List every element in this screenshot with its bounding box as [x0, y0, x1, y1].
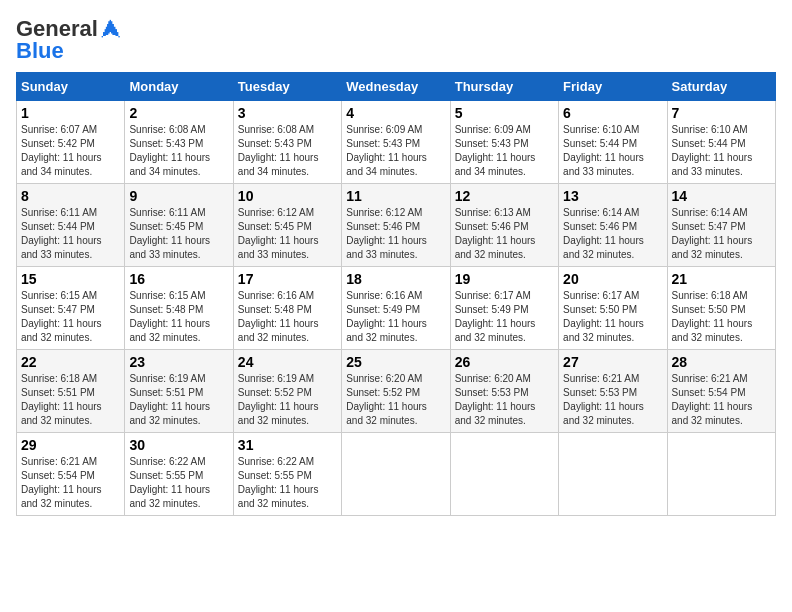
day-info: Sunrise: 6:20 AMSunset: 5:53 PMDaylight:… [455, 372, 554, 428]
day-number: 5 [455, 105, 554, 121]
calendar-cell: 14 Sunrise: 6:14 AMSunset: 5:47 PMDaylig… [667, 184, 775, 267]
calendar-cell: 21 Sunrise: 6:18 AMSunset: 5:50 PMDaylig… [667, 267, 775, 350]
calendar-cell: 24 Sunrise: 6:19 AMSunset: 5:52 PMDaylig… [233, 350, 341, 433]
day-number: 17 [238, 271, 337, 287]
calendar-cell: 22 Sunrise: 6:18 AMSunset: 5:51 PMDaylig… [17, 350, 125, 433]
calendar-cell: 2 Sunrise: 6:08 AMSunset: 5:43 PMDayligh… [125, 101, 233, 184]
calendar-cell: 18 Sunrise: 6:16 AMSunset: 5:49 PMDaylig… [342, 267, 450, 350]
day-info: Sunrise: 6:14 AMSunset: 5:47 PMDaylight:… [672, 206, 771, 262]
day-info: Sunrise: 6:12 AMSunset: 5:46 PMDaylight:… [346, 206, 445, 262]
day-info: Sunrise: 6:22 AMSunset: 5:55 PMDaylight:… [129, 455, 228, 511]
day-info: Sunrise: 6:16 AMSunset: 5:49 PMDaylight:… [346, 289, 445, 345]
day-number: 21 [672, 271, 771, 287]
day-info: Sunrise: 6:17 AMSunset: 5:50 PMDaylight:… [563, 289, 662, 345]
day-number: 7 [672, 105, 771, 121]
weekday-header-friday: Friday [559, 73, 667, 101]
day-number: 26 [455, 354, 554, 370]
day-info: Sunrise: 6:12 AMSunset: 5:45 PMDaylight:… [238, 206, 337, 262]
calendar-cell: 23 Sunrise: 6:19 AMSunset: 5:51 PMDaylig… [125, 350, 233, 433]
day-number: 22 [21, 354, 120, 370]
day-info: Sunrise: 6:21 AMSunset: 5:54 PMDaylight:… [672, 372, 771, 428]
calendar-cell: 9 Sunrise: 6:11 AMSunset: 5:45 PMDayligh… [125, 184, 233, 267]
logo: General ⮝ Blue [16, 16, 122, 64]
calendar-week-4: 22 Sunrise: 6:18 AMSunset: 5:51 PMDaylig… [17, 350, 776, 433]
calendar-cell [559, 433, 667, 516]
day-info: Sunrise: 6:19 AMSunset: 5:51 PMDaylight:… [129, 372, 228, 428]
calendar-cell: 6 Sunrise: 6:10 AMSunset: 5:44 PMDayligh… [559, 101, 667, 184]
day-number: 20 [563, 271, 662, 287]
calendar-cell: 30 Sunrise: 6:22 AMSunset: 5:55 PMDaylig… [125, 433, 233, 516]
calendar-cell: 12 Sunrise: 6:13 AMSunset: 5:46 PMDaylig… [450, 184, 558, 267]
day-info: Sunrise: 6:11 AMSunset: 5:45 PMDaylight:… [129, 206, 228, 262]
day-number: 15 [21, 271, 120, 287]
day-info: Sunrise: 6:13 AMSunset: 5:46 PMDaylight:… [455, 206, 554, 262]
weekday-header-wednesday: Wednesday [342, 73, 450, 101]
day-number: 29 [21, 437, 120, 453]
day-info: Sunrise: 6:09 AMSunset: 5:43 PMDaylight:… [455, 123, 554, 179]
day-info: Sunrise: 6:14 AMSunset: 5:46 PMDaylight:… [563, 206, 662, 262]
day-info: Sunrise: 6:07 AMSunset: 5:42 PMDaylight:… [21, 123, 120, 179]
day-number: 16 [129, 271, 228, 287]
weekday-header-saturday: Saturday [667, 73, 775, 101]
day-info: Sunrise: 6:18 AMSunset: 5:51 PMDaylight:… [21, 372, 120, 428]
day-info: Sunrise: 6:19 AMSunset: 5:52 PMDaylight:… [238, 372, 337, 428]
calendar-cell: 7 Sunrise: 6:10 AMSunset: 5:44 PMDayligh… [667, 101, 775, 184]
calendar-cell: 27 Sunrise: 6:21 AMSunset: 5:53 PMDaylig… [559, 350, 667, 433]
day-number: 2 [129, 105, 228, 121]
day-info: Sunrise: 6:21 AMSunset: 5:53 PMDaylight:… [563, 372, 662, 428]
weekday-header-row: SundayMondayTuesdayWednesdayThursdayFrid… [17, 73, 776, 101]
calendar-cell: 10 Sunrise: 6:12 AMSunset: 5:45 PMDaylig… [233, 184, 341, 267]
day-number: 10 [238, 188, 337, 204]
day-info: Sunrise: 6:21 AMSunset: 5:54 PMDaylight:… [21, 455, 120, 511]
day-info: Sunrise: 6:18 AMSunset: 5:50 PMDaylight:… [672, 289, 771, 345]
day-info: Sunrise: 6:09 AMSunset: 5:43 PMDaylight:… [346, 123, 445, 179]
weekday-header-thursday: Thursday [450, 73, 558, 101]
day-number: 13 [563, 188, 662, 204]
day-info: Sunrise: 6:15 AMSunset: 5:47 PMDaylight:… [21, 289, 120, 345]
day-number: 19 [455, 271, 554, 287]
calendar-cell: 11 Sunrise: 6:12 AMSunset: 5:46 PMDaylig… [342, 184, 450, 267]
weekday-header-tuesday: Tuesday [233, 73, 341, 101]
calendar-cell [450, 433, 558, 516]
day-number: 14 [672, 188, 771, 204]
day-number: 3 [238, 105, 337, 121]
day-info: Sunrise: 6:22 AMSunset: 5:55 PMDaylight:… [238, 455, 337, 511]
day-number: 8 [21, 188, 120, 204]
day-number: 28 [672, 354, 771, 370]
calendar-week-2: 8 Sunrise: 6:11 AMSunset: 5:44 PMDayligh… [17, 184, 776, 267]
calendar-cell: 15 Sunrise: 6:15 AMSunset: 5:47 PMDaylig… [17, 267, 125, 350]
day-info: Sunrise: 6:10 AMSunset: 5:44 PMDaylight:… [563, 123, 662, 179]
day-number: 11 [346, 188, 445, 204]
day-info: Sunrise: 6:16 AMSunset: 5:48 PMDaylight:… [238, 289, 337, 345]
calendar-cell: 4 Sunrise: 6:09 AMSunset: 5:43 PMDayligh… [342, 101, 450, 184]
calendar-cell: 5 Sunrise: 6:09 AMSunset: 5:43 PMDayligh… [450, 101, 558, 184]
day-info: Sunrise: 6:20 AMSunset: 5:52 PMDaylight:… [346, 372, 445, 428]
calendar-cell: 29 Sunrise: 6:21 AMSunset: 5:54 PMDaylig… [17, 433, 125, 516]
day-info: Sunrise: 6:11 AMSunset: 5:44 PMDaylight:… [21, 206, 120, 262]
calendar-cell: 13 Sunrise: 6:14 AMSunset: 5:46 PMDaylig… [559, 184, 667, 267]
day-number: 27 [563, 354, 662, 370]
calendar-cell: 25 Sunrise: 6:20 AMSunset: 5:52 PMDaylig… [342, 350, 450, 433]
day-number: 23 [129, 354, 228, 370]
day-info: Sunrise: 6:15 AMSunset: 5:48 PMDaylight:… [129, 289, 228, 345]
day-number: 4 [346, 105, 445, 121]
day-number: 30 [129, 437, 228, 453]
calendar-cell: 19 Sunrise: 6:17 AMSunset: 5:49 PMDaylig… [450, 267, 558, 350]
day-number: 24 [238, 354, 337, 370]
page-header: General ⮝ Blue [16, 16, 776, 64]
weekday-header-sunday: Sunday [17, 73, 125, 101]
day-info: Sunrise: 6:10 AMSunset: 5:44 PMDaylight:… [672, 123, 771, 179]
calendar-week-3: 15 Sunrise: 6:15 AMSunset: 5:47 PMDaylig… [17, 267, 776, 350]
day-info: Sunrise: 6:17 AMSunset: 5:49 PMDaylight:… [455, 289, 554, 345]
calendar-cell [667, 433, 775, 516]
calendar-cell: 17 Sunrise: 6:16 AMSunset: 5:48 PMDaylig… [233, 267, 341, 350]
day-number: 31 [238, 437, 337, 453]
logo-bird-icon: ⮝ [100, 16, 122, 42]
day-number: 9 [129, 188, 228, 204]
calendar-table: SundayMondayTuesdayWednesdayThursdayFrid… [16, 72, 776, 516]
calendar-week-1: 1 Sunrise: 6:07 AMSunset: 5:42 PMDayligh… [17, 101, 776, 184]
day-number: 12 [455, 188, 554, 204]
day-number: 25 [346, 354, 445, 370]
calendar-body: 1 Sunrise: 6:07 AMSunset: 5:42 PMDayligh… [17, 101, 776, 516]
calendar-week-5: 29 Sunrise: 6:21 AMSunset: 5:54 PMDaylig… [17, 433, 776, 516]
